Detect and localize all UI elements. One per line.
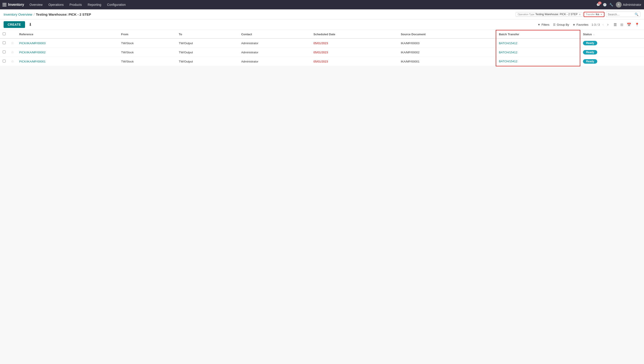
table-row: ☆ PICK/IKA/MP/00001 TW/Stock TW/Output A… xyxy=(0,57,644,66)
select-all-header xyxy=(0,30,8,38)
col-status[interactable]: Status ↕ xyxy=(580,30,644,38)
search-bar: Operation Type Testing Warehouse: PICK -… xyxy=(516,12,640,17)
download-button[interactable]: ⬇ xyxy=(27,21,34,28)
search-icon[interactable]: 🔍 xyxy=(634,12,638,16)
menu-overview[interactable]: Overview xyxy=(27,2,45,7)
select-all-checkbox[interactable] xyxy=(3,32,6,35)
menu-operations[interactable]: Operations xyxy=(46,2,66,7)
favorite-star-1[interactable]: ☆ xyxy=(11,50,14,54)
row-from: TW/Stock xyxy=(118,48,176,57)
settings-button[interactable]: 🔧 xyxy=(609,3,613,6)
menu-configuration[interactable]: Configuration xyxy=(104,2,128,7)
view-toggles: ☰ ⊞ 📅 📍 xyxy=(612,22,640,28)
action-bar-left: CREATE ⬇ xyxy=(4,21,34,28)
map-view-button[interactable]: 📍 xyxy=(634,22,640,28)
favorite-star-2[interactable]: ☆ xyxy=(11,60,14,63)
breadcrumb: Inventory Overview / Testing Warehouse: … xyxy=(4,12,91,16)
main-menu: Overview Operations Products Reporting C… xyxy=(27,2,595,7)
download-icon: ⬇ xyxy=(29,22,32,27)
batch-link-2[interactable]: BATCH/15412 xyxy=(499,60,517,63)
list-view-button[interactable]: ☰ xyxy=(612,22,618,28)
row-scheduled-date: 05/01/2023 xyxy=(311,57,398,66)
filters-control[interactable]: ▼ Filters xyxy=(538,23,549,26)
app-logo[interactable]: Inventory xyxy=(3,3,24,7)
operation-type-value: Testing Warehouse: PICK - 2 STEP xyxy=(535,13,578,16)
pagination-text: 1-3 / 3 xyxy=(591,23,600,26)
star-header xyxy=(8,30,17,38)
app-name: Inventory xyxy=(8,3,24,7)
status-badge-1: Ready xyxy=(583,50,597,54)
search-input-wrap[interactable]: 🔍 xyxy=(606,12,640,17)
calendar-view-button[interactable]: 📅 xyxy=(626,22,632,28)
row-checkbox-cell xyxy=(0,57,8,66)
reference-link-1[interactable]: PICK/IKA/MP/00002 xyxy=(19,51,46,54)
reference-link-2[interactable]: PICK/IKA/MP/00001 xyxy=(19,60,46,63)
transfer-remove[interactable]: × xyxy=(600,13,602,16)
operation-type-remove[interactable]: × xyxy=(579,13,581,16)
col-contact[interactable]: Contact xyxy=(239,30,311,38)
pagination: 1-3 / 3 ‹ › xyxy=(591,22,609,27)
row-from: TW/Stock xyxy=(118,38,176,48)
col-scheduled-date[interactable]: Scheduled Date xyxy=(311,30,398,38)
action-bar: CREATE ⬇ ▼ Filters ☰ Group By ★ Favorite… xyxy=(0,20,644,30)
col-reference[interactable]: Reference xyxy=(17,30,118,38)
col-scheduled-date-label: Scheduled Date xyxy=(314,32,335,36)
row-star-cell: ☆ xyxy=(8,48,17,57)
top-navigation: Inventory Overview Operations Products R… xyxy=(0,0,644,10)
pagination-next[interactable]: › xyxy=(606,22,609,27)
favorites-label: Favorites xyxy=(576,23,588,26)
date-value-1: 05/01/2023 xyxy=(314,51,328,54)
grid-icon xyxy=(3,3,6,6)
row-contact: Administrator xyxy=(239,57,311,66)
row-source-document: IKA/MP/00003 xyxy=(398,38,496,48)
row-to: TW/Output xyxy=(176,38,239,48)
col-from[interactable]: From xyxy=(118,30,176,38)
row-star-cell: ☆ xyxy=(8,38,17,48)
col-reference-label: Reference xyxy=(19,32,33,36)
menu-reporting[interactable]: Reporting xyxy=(85,2,104,7)
reference-link-0[interactable]: PICK/IKA/MP/00003 xyxy=(19,42,46,45)
row-checkbox-cell xyxy=(0,38,8,48)
create-button[interactable]: CREATE xyxy=(4,21,25,28)
messages-badge: 3 xyxy=(598,2,601,4)
group-by-control[interactable]: ☰ Group By xyxy=(553,23,569,26)
status-badge-2: Ready xyxy=(583,59,597,64)
col-batch-transfer[interactable]: Batch Transfer xyxy=(496,30,580,38)
transfers-table: Reference From To Contact Scheduled Date… xyxy=(0,30,644,66)
kanban-view-button[interactable]: ⊞ xyxy=(619,22,624,28)
transfer-value: ika xyxy=(596,13,599,16)
batch-link-1[interactable]: BATCH/15412 xyxy=(499,51,517,54)
batch-link-0[interactable]: BATCH/15412 xyxy=(499,42,517,45)
col-batch-transfer-label: Batch Transfer xyxy=(499,32,519,36)
status-sort-icon: ↕ xyxy=(593,33,595,36)
row-star-cell: ☆ xyxy=(8,57,17,66)
operation-type-filter: Operation Type Testing Warehouse: PICK -… xyxy=(516,12,583,17)
menu-products[interactable]: Products xyxy=(67,2,85,7)
col-to[interactable]: To xyxy=(176,30,239,38)
row-checkbox-0[interactable] xyxy=(3,41,6,44)
col-to-label: To xyxy=(179,32,182,36)
avatar: A xyxy=(616,2,622,8)
row-scheduled-date: 05/01/2023 xyxy=(311,48,398,57)
favorites-control[interactable]: ★ Favorites xyxy=(573,23,588,26)
row-checkbox-1[interactable] xyxy=(3,50,6,53)
row-status: Ready xyxy=(580,48,644,57)
breadcrumb-parent[interactable]: Inventory Overview xyxy=(4,12,32,16)
clock-button[interactable]: 🕐 xyxy=(603,3,607,6)
messages-button[interactable]: 💬 3 xyxy=(596,3,600,6)
operation-type-label: Operation Type xyxy=(518,13,534,16)
row-status: Ready xyxy=(580,57,644,66)
col-source-document[interactable]: Source Document xyxy=(398,30,496,38)
date-value-0: 05/01/2023 xyxy=(314,42,328,45)
col-status-label: Status xyxy=(583,32,592,36)
row-checkbox-2[interactable] xyxy=(3,60,6,62)
filter-tags: Operation Type Testing Warehouse: PICK -… xyxy=(516,12,604,17)
favorite-star-0[interactable]: ☆ xyxy=(11,41,14,45)
search-input[interactable] xyxy=(608,13,634,16)
admin-menu[interactable]: A Administrator xyxy=(616,2,641,8)
row-status: Ready xyxy=(580,38,644,48)
pagination-prev[interactable]: ‹ xyxy=(601,22,604,27)
table-row: ☆ PICK/IKA/MP/00002 TW/Stock TW/Output A… xyxy=(0,48,644,57)
col-from-label: From xyxy=(121,32,128,36)
wrench-icon: 🔧 xyxy=(609,3,613,6)
